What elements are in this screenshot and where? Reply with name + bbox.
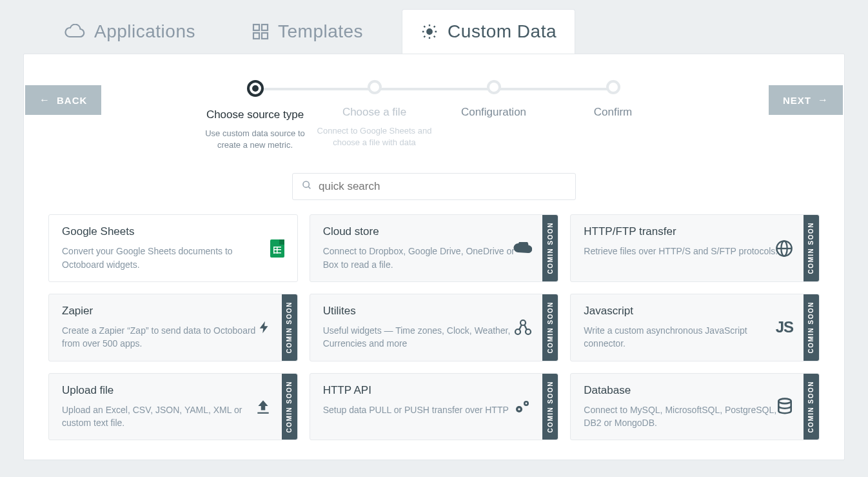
tab-label: Applications bbox=[94, 21, 195, 42]
grid-icon bbox=[252, 23, 269, 40]
svg-rect-1 bbox=[262, 25, 268, 30]
step-circle-icon bbox=[368, 80, 382, 94]
svg-rect-15 bbox=[257, 412, 268, 414]
svg-point-17 bbox=[518, 408, 521, 411]
card-title: Upload file bbox=[62, 384, 264, 397]
svg-point-4 bbox=[427, 29, 431, 34]
next-button[interactable]: NEXT → bbox=[769, 85, 843, 115]
card-title: HTTP/FTP transfer bbox=[584, 225, 785, 238]
svg-point-19 bbox=[526, 402, 528, 404]
card-desc: Convert your Google Sheets documents to … bbox=[62, 245, 264, 271]
card-desc: Useful widgets — Time zones, Clock, Weat… bbox=[323, 324, 525, 350]
panel: ← BACK Choose source type Use custom dat… bbox=[23, 54, 845, 460]
cloud-icon bbox=[63, 24, 85, 39]
coming-soon-badge: COMIN SOON bbox=[542, 215, 558, 281]
card-title: Google Sheets bbox=[62, 225, 264, 238]
step-title: Configuration bbox=[461, 106, 526, 119]
step-circle-icon bbox=[606, 80, 620, 94]
search-box[interactable] bbox=[292, 173, 576, 200]
step-title: Confirm bbox=[594, 106, 633, 119]
step-circle-icon bbox=[487, 80, 501, 94]
card-zapier[interactable]: Zapier Create a Zapier “Zap” to send dat… bbox=[48, 294, 298, 361]
topbar: ← BACK Choose source type Use custom dat… bbox=[24, 54, 844, 151]
svg-line-14 bbox=[524, 325, 527, 330]
gear-icon bbox=[420, 23, 439, 41]
svg-rect-2 bbox=[253, 33, 259, 39]
card-database[interactable]: Database Connect to MySQL, MicrosoftSQL,… bbox=[570, 373, 820, 441]
card-title: Utilites bbox=[323, 305, 525, 318]
page-root: Applications Templates Custom Data ← BAC… bbox=[0, 0, 868, 477]
card-desc: Create a Zapier “Zap” to send data to Oc… bbox=[62, 324, 264, 350]
svg-line-6 bbox=[308, 187, 310, 188]
step-confirm[interactable]: Confirm bbox=[553, 80, 673, 151]
google-sheets-icon bbox=[270, 239, 284, 258]
card-title: Zapier bbox=[62, 305, 264, 318]
card-utilities[interactable]: Utilites Useful widgets — Time zones, Cl… bbox=[310, 294, 559, 361]
tab-label: Templates bbox=[278, 21, 363, 42]
card-http-api[interactable]: HTTP API Setup data PULL or PUSH transfe… bbox=[310, 373, 559, 441]
tab-applications[interactable]: Applications bbox=[45, 10, 213, 54]
js-icon: JS bbox=[776, 318, 793, 336]
card-title: HTTP API bbox=[323, 384, 525, 397]
card-google-sheets[interactable]: Google Sheets Convert your Google Sheets… bbox=[48, 214, 298, 282]
coming-soon-badge: COMIN SOON bbox=[804, 294, 819, 361]
step-choose-file[interactable]: Choose a file Connect to Google Sheets a… bbox=[315, 80, 434, 151]
card-desc: Upload an Excel, CSV, JSON, YAML, XML or… bbox=[62, 403, 264, 430]
nodes-icon bbox=[514, 319, 532, 336]
step-configuration[interactable]: Configuration bbox=[434, 80, 553, 151]
step-choose-source-type[interactable]: Choose source type Use custom data sourc… bbox=[195, 80, 315, 151]
cloud-icon bbox=[513, 242, 532, 255]
bolt-icon bbox=[257, 319, 271, 336]
source-grid: Google Sheets Convert your Google Sheets… bbox=[24, 200, 844, 440]
search-wrap bbox=[24, 173, 844, 200]
svg-point-20 bbox=[778, 398, 791, 403]
step-title: Choose a file bbox=[342, 106, 406, 119]
card-desc: Write a custom asynchronous JavaScript c… bbox=[584, 324, 785, 350]
tab-custom-data[interactable]: Custom Data bbox=[402, 9, 575, 54]
stepper: Choose source type Use custom data sourc… bbox=[24, 80, 844, 151]
tabs-bar: Applications Templates Custom Data bbox=[0, 9, 868, 54]
search-icon bbox=[302, 180, 312, 193]
coming-soon-badge: COMIN SOON bbox=[542, 294, 558, 361]
step-subtitle: Use custom data source to create a new m… bbox=[195, 128, 315, 151]
search-input[interactable] bbox=[319, 180, 566, 193]
step-title: Choose source type bbox=[206, 108, 304, 121]
card-title: Javascript bbox=[584, 305, 785, 318]
coming-soon-badge: COMIN SOON bbox=[282, 294, 297, 361]
tab-templates[interactable]: Templates bbox=[234, 10, 381, 54]
card-desc: Setup data PULL or PUSH transfer over HT… bbox=[323, 403, 525, 416]
card-desc: Retrieve files over HTTP/S and S/FTP pro… bbox=[584, 245, 785, 258]
gears-icon bbox=[513, 398, 532, 415]
step-circle-icon bbox=[247, 80, 264, 97]
svg-point-5 bbox=[303, 181, 309, 187]
card-desc: Connect to MySQL, MicrosoftSQL, PostgreS… bbox=[584, 403, 785, 430]
svg-line-13 bbox=[519, 325, 522, 330]
coming-soon-badge: COMIN SOON bbox=[542, 374, 558, 440]
database-icon bbox=[776, 398, 793, 416]
next-label: NEXT bbox=[783, 95, 811, 106]
coming-soon-badge: COMIN SOON bbox=[282, 374, 297, 440]
coming-soon-badge: COMIN SOON bbox=[804, 374, 819, 440]
card-cloud-store[interactable]: Cloud store Connect to Dropbox, Google D… bbox=[310, 214, 559, 282]
svg-rect-0 bbox=[253, 25, 259, 30]
card-upload-file[interactable]: Upload file Upload an Excel, CSV, JSON, … bbox=[48, 373, 298, 441]
tab-label: Custom Data bbox=[448, 21, 557, 42]
card-title: Database bbox=[584, 384, 785, 397]
svg-rect-3 bbox=[262, 33, 268, 39]
arrow-right-icon: → bbox=[818, 94, 829, 106]
card-javascript[interactable]: Javascript Write a custom asynchronous J… bbox=[570, 294, 820, 361]
card-title: Cloud store bbox=[323, 225, 525, 238]
coming-soon-badge: COMIN SOON bbox=[804, 215, 819, 281]
upload-icon bbox=[255, 398, 271, 415]
card-desc: Connect to Dropbox, Google Drive, OneDri… bbox=[323, 245, 525, 271]
step-subtitle: Connect to Google Sheets and choose a fi… bbox=[315, 125, 434, 148]
card-http-ftp[interactable]: HTTP/FTP transfer Retrieve files over HT… bbox=[570, 214, 820, 282]
globe-icon bbox=[775, 239, 793, 258]
